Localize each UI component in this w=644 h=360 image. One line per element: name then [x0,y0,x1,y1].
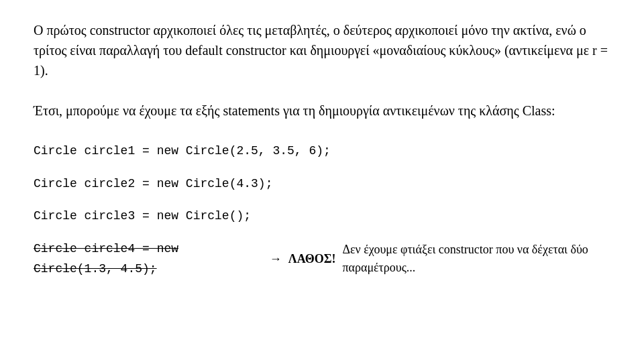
arrow-icon: → [270,249,282,269]
code-line-1: Circle circle1 = new Circle(2.5, 3.5, 6)… [34,141,610,162]
error-text: Δεν έχουμε φτιάξει constructor που να δέ… [342,241,610,277]
code-line-4-strikethrough: Circle circle4 = new Circle(1.3, 4.5); [34,239,263,280]
code-section: Circle circle1 = new Circle(2.5, 3.5, 6)… [34,141,610,280]
code-line-2: Circle circle2 = new Circle(4.3); [34,174,610,194]
intro-text: Ο πρώτος constructor αρχικοποιεί όλες τι… [34,23,608,78]
explanation-text: Έτσι, μπορούμε να έχουμε τα εξής stateme… [34,103,555,118]
error-label: ΛΑΘΟΣ! [288,250,336,268]
code-line-2-text: Circle circle2 = new Circle(4.3); [34,177,272,190]
error-label-bold: ΛΑΘΟΣ! [288,252,336,265]
code-line-3: Circle circle3 = new Circle(); [34,206,610,227]
code-line-3-text: Circle circle3 = new Circle(); [34,209,251,223]
explanation-paragraph: Έτσι, μπορούμε να έχουμε τα εξής stateme… [34,101,610,121]
code-line-4-error: Circle circle4 = new Circle(1.3, 4.5); →… [34,239,610,280]
intro-paragraph: Ο πρώτος constructor αρχικοποιεί όλες τι… [34,20,610,80]
code-line-1-text: Circle circle1 = new Circle(2.5, 3.5, 6)… [34,144,331,158]
